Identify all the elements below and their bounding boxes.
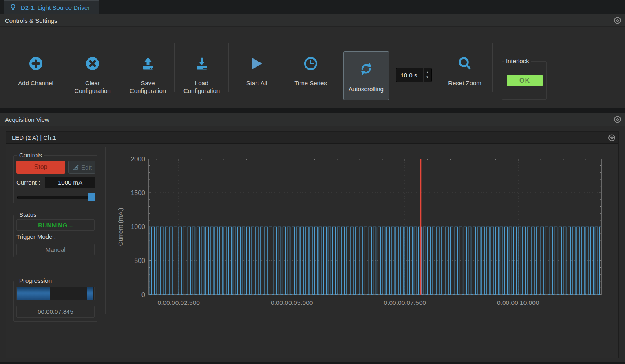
progress-fill <box>17 287 50 300</box>
time-series-button[interactable]: Time Series <box>285 27 337 108</box>
controls-settings-dock: Controls & Settings Add Channel <box>0 14 625 109</box>
sync-icon <box>359 62 373 76</box>
trigger-mode-label: Trigger Mode : <box>16 233 56 240</box>
y-tick-label: 0 <box>141 291 145 298</box>
controls-legend: Controls <box>17 152 44 159</box>
acquisition-view-title: Acquisition View <box>5 116 49 123</box>
clear-configuration-label: Clear Configuration <box>68 79 117 95</box>
save-configuration-label: Save Configuration <box>124 79 172 95</box>
interlock-group: Interlock OK <box>502 61 547 100</box>
reset-zoom-button[interactable]: Reset Zoom <box>437 27 492 108</box>
load-configuration-button[interactable]: Load Configuration <box>175 27 228 108</box>
slider-track[interactable] <box>17 196 95 199</box>
clock-icon <box>303 56 318 71</box>
reset-zoom-label: Reset Zoom <box>448 79 481 87</box>
autoscroll-span-spinbox[interactable]: 10.0 s. ▲ ▼ <box>396 68 432 82</box>
dock-collapse-icon[interactable] <box>614 116 621 123</box>
y-tick-label: 2000 <box>130 156 145 163</box>
load-configuration-label: Load Configuration <box>178 79 226 95</box>
plus-circle-icon <box>29 56 43 71</box>
x-tick-label: 0:00:00:02:500 <box>158 299 200 306</box>
toolbar-separator <box>337 43 337 92</box>
time-series-label: Time Series <box>294 79 327 87</box>
tab-title: D2-1: Light Source Driver <box>21 4 90 11</box>
x-tick-label: 0:00:00:07:500 <box>384 299 426 306</box>
x-circle-icon <box>85 56 100 71</box>
y-tick-label: 1000 <box>130 223 145 230</box>
autoscroll-span-value: 10.0 s. <box>396 72 423 79</box>
start-all-label: Start All <box>246 79 267 87</box>
start-all-button[interactable]: Start All <box>229 27 285 108</box>
progression-group: Progression 00:00:07:845 <box>13 281 97 322</box>
current-input[interactable]: 1000 mA <box>45 177 95 188</box>
acquisition-view-dock: Acquisition View LED (2 A) | Ch.1 Contro… <box>0 113 625 362</box>
y-tick-label: 500 <box>134 257 145 264</box>
spin-up-icon[interactable]: ▲ <box>426 71 429 74</box>
current-waveform <box>149 227 601 295</box>
trigger-mode-value: Manual <box>16 244 95 255</box>
current-label: Current : <box>16 177 40 188</box>
progression-legend: Progression <box>17 277 54 284</box>
x-tick-label: 0:00:00:05:000 <box>271 299 313 306</box>
lightbulb-icon <box>10 4 16 11</box>
status-value: RUNNING... <box>16 219 95 231</box>
progress-bar <box>16 287 95 300</box>
toolbar: Add Channel Clear Configuration <box>0 27 625 108</box>
progress-chunk <box>87 287 93 300</box>
play-icon <box>250 56 264 71</box>
clear-configuration-button[interactable]: Clear Configuration <box>64 27 121 108</box>
tab-bar: D2-1: Light Source Driver <box>0 0 625 14</box>
edit-pencil-icon <box>72 164 79 170</box>
toolbar-separator <box>492 43 493 92</box>
elapsed-time: 00:00:07:845 <box>16 306 95 318</box>
magnifier-icon <box>457 56 472 71</box>
add-channel-label: Add Channel <box>18 79 53 87</box>
autoscrolling-toggle[interactable]: Autoscrolling <box>343 51 389 100</box>
tab-light-source-driver[interactable]: D2-1: Light Source Driver <box>4 0 99 14</box>
interlock-label: Interlock <box>504 57 531 64</box>
interlock-status-button[interactable]: OK <box>507 75 543 86</box>
y-tick-label: 1500 <box>130 190 145 196</box>
channel-title: LED (2 A) | Ch.1 <box>12 134 56 141</box>
controls-group: Controls Stop Edit Current : 1000 mA <box>13 155 97 203</box>
save-configuration-button[interactable]: Save Configuration <box>121 27 174 108</box>
acquisition-chart[interactable]: 05001000150020000:00:00:02:5000:00:00:05… <box>102 152 618 315</box>
x-tick-label: 0:00:00:10:000 <box>497 299 539 306</box>
upload-icon <box>141 56 155 71</box>
controls-settings-title: Controls & Settings <box>5 17 57 24</box>
spin-down-icon[interactable]: ▼ <box>426 76 429 79</box>
stop-button[interactable]: Stop <box>16 161 65 174</box>
edit-label: Edit <box>81 164 92 171</box>
channel-panel-header: LED (2 A) | Ch.1 <box>6 132 618 144</box>
dock-collapse-icon[interactable] <box>614 17 621 24</box>
status-group: Status RUNNING... Trigger Mode : Manual <box>13 215 97 257</box>
acquisition-view-header: Acquisition View <box>0 113 625 126</box>
current-slider[interactable] <box>16 193 95 201</box>
controls-settings-header: Controls & Settings <box>0 14 625 27</box>
panel-collapse-icon[interactable] <box>608 134 615 141</box>
y-axis-label: Current (mA.) <box>117 208 124 246</box>
status-legend: Status <box>17 211 39 218</box>
slider-handle[interactable] <box>88 193 95 201</box>
download-icon <box>194 56 209 71</box>
autoscrolling-label: Autoscrolling <box>349 85 384 93</box>
add-channel-button[interactable]: Add Channel <box>7 27 64 108</box>
edit-button[interactable]: Edit <box>68 161 95 174</box>
channel-panel: LED (2 A) | Ch.1 Controls Stop Edit Cu <box>6 131 619 358</box>
